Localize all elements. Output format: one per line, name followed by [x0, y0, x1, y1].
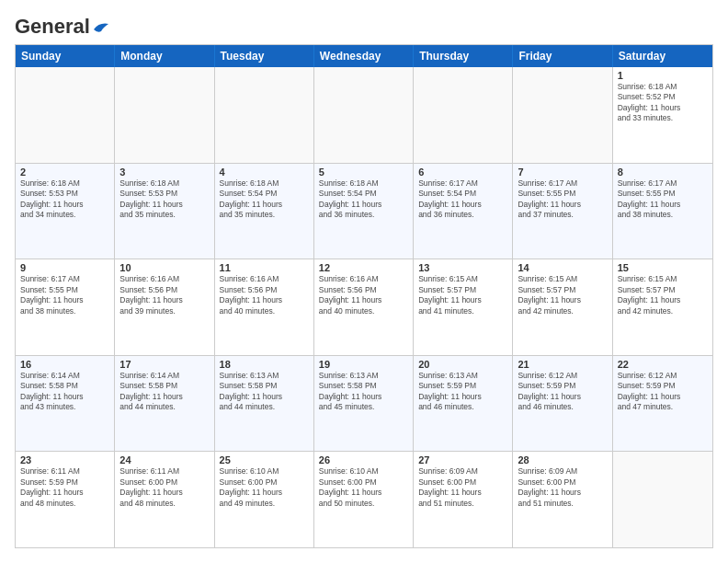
day-info: Sunrise: 6:12 AM Sunset: 5:59 PM Dayligh…	[618, 371, 708, 413]
day-cell-12: 12Sunrise: 6:16 AM Sunset: 5:56 PM Dayli…	[314, 259, 414, 355]
header-day-thursday: Thursday	[414, 45, 513, 67]
day-cell-24: 24Sunrise: 6:11 AM Sunset: 6:00 PM Dayli…	[115, 452, 214, 547]
day-cell-22: 22Sunrise: 6:12 AM Sunset: 5:59 PM Dayli…	[613, 356, 712, 452]
day-info: Sunrise: 6:11 AM Sunset: 5:59 PM Dayligh…	[20, 466, 109, 509]
day-info: Sunrise: 6:09 AM Sunset: 6:00 PM Dayligh…	[518, 466, 607, 509]
day-cell-18: 18Sunrise: 6:13 AM Sunset: 5:58 PM Dayli…	[215, 356, 314, 452]
day-cell-15: 15Sunrise: 6:15 AM Sunset: 5:57 PM Dayli…	[613, 259, 712, 355]
day-number: 11	[220, 262, 309, 273]
day-cell-9: 9Sunrise: 6:17 AM Sunset: 5:55 PM Daylig…	[16, 259, 115, 355]
day-cell-3: 3Sunrise: 6:18 AM Sunset: 5:53 PM Daylig…	[115, 164, 214, 259]
logo-bird-icon	[92, 20, 110, 33]
day-number: 3	[119, 167, 209, 178]
day-cell-17: 17Sunrise: 6:14 AM Sunset: 5:58 PM Dayli…	[115, 356, 214, 452]
day-number: 17	[119, 359, 209, 370]
day-cell-5: 5Sunrise: 6:18 AM Sunset: 5:54 PM Daylig…	[314, 164, 414, 259]
day-info: Sunrise: 6:18 AM Sunset: 5:53 PM Dayligh…	[119, 178, 209, 221]
logo-general: General	[15, 15, 90, 39]
day-number: 12	[319, 262, 408, 273]
day-info: Sunrise: 6:16 AM Sunset: 5:56 PM Dayligh…	[319, 274, 408, 316]
empty-cell	[16, 67, 115, 163]
day-info: Sunrise: 6:10 AM Sunset: 6:00 PM Dayligh…	[220, 466, 309, 509]
day-number: 27	[418, 454, 507, 465]
day-info: Sunrise: 6:15 AM Sunset: 5:57 PM Dayligh…	[418, 274, 507, 316]
day-info: Sunrise: 6:17 AM Sunset: 5:55 PM Dayligh…	[518, 178, 607, 221]
empty-cell	[215, 67, 314, 163]
day-number: 16	[20, 359, 109, 370]
day-cell-6: 6Sunrise: 6:17 AM Sunset: 5:54 PM Daylig…	[414, 164, 513, 259]
page: General SundayMondayTuesdayWednesdayThur…	[0, 0, 728, 563]
day-number: 5	[319, 167, 408, 178]
day-info: Sunrise: 6:13 AM Sunset: 5:58 PM Dayligh…	[319, 371, 408, 413]
day-number: 14	[518, 262, 607, 273]
header-day-monday: Monday	[115, 45, 214, 67]
day-number: 19	[319, 359, 408, 370]
day-info: Sunrise: 6:12 AM Sunset: 5:59 PM Dayligh…	[518, 371, 607, 413]
day-info: Sunrise: 6:16 AM Sunset: 5:56 PM Dayligh…	[119, 274, 209, 316]
day-number: 18	[220, 359, 309, 370]
header-day-wednesday: Wednesday	[314, 45, 414, 67]
day-number: 7	[518, 167, 607, 178]
calendar-row-4: 23Sunrise: 6:11 AM Sunset: 5:59 PM Dayli…	[16, 451, 712, 547]
header-day-saturday: Saturday	[613, 45, 712, 67]
day-info: Sunrise: 6:13 AM Sunset: 5:58 PM Dayligh…	[220, 371, 309, 413]
day-cell-19: 19Sunrise: 6:13 AM Sunset: 5:58 PM Dayli…	[314, 356, 414, 452]
day-cell-4: 4Sunrise: 6:18 AM Sunset: 5:54 PM Daylig…	[215, 164, 314, 259]
calendar-row-3: 16Sunrise: 6:14 AM Sunset: 5:58 PM Dayli…	[16, 355, 712, 452]
day-info: Sunrise: 6:10 AM Sunset: 6:00 PM Dayligh…	[319, 466, 408, 509]
calendar-row-2: 9Sunrise: 6:17 AM Sunset: 5:55 PM Daylig…	[16, 259, 712, 355]
day-cell-16: 16Sunrise: 6:14 AM Sunset: 5:58 PM Dayli…	[16, 356, 115, 452]
header-day-sunday: Sunday	[16, 45, 115, 67]
day-cell-25: 25Sunrise: 6:10 AM Sunset: 6:00 PM Dayli…	[215, 452, 314, 547]
day-cell-7: 7Sunrise: 6:17 AM Sunset: 5:55 PM Daylig…	[513, 164, 612, 259]
day-cell-8: 8Sunrise: 6:17 AM Sunset: 5:55 PM Daylig…	[613, 164, 712, 259]
day-number: 10	[119, 262, 209, 273]
day-number: 4	[220, 167, 309, 178]
day-info: Sunrise: 6:18 AM Sunset: 5:52 PM Dayligh…	[618, 82, 708, 124]
day-info: Sunrise: 6:16 AM Sunset: 5:56 PM Dayligh…	[220, 274, 309, 316]
day-number: 13	[418, 262, 507, 273]
day-number: 20	[418, 359, 507, 370]
day-cell-23: 23Sunrise: 6:11 AM Sunset: 5:59 PM Dayli…	[16, 452, 115, 547]
empty-cell	[115, 67, 214, 163]
calendar-row-1: 2Sunrise: 6:18 AM Sunset: 5:53 PM Daylig…	[16, 163, 712, 259]
day-cell-21: 21Sunrise: 6:12 AM Sunset: 5:59 PM Dayli…	[513, 356, 612, 452]
day-cell-2: 2Sunrise: 6:18 AM Sunset: 5:53 PM Daylig…	[16, 164, 115, 259]
calendar-body: 1Sunrise: 6:18 AM Sunset: 5:52 PM Daylig…	[16, 67, 712, 547]
empty-cell	[513, 67, 612, 163]
day-info: Sunrise: 6:09 AM Sunset: 6:00 PM Dayligh…	[418, 466, 507, 509]
day-info: Sunrise: 6:17 AM Sunset: 5:55 PM Dayligh…	[20, 274, 109, 316]
day-cell-14: 14Sunrise: 6:15 AM Sunset: 5:57 PM Dayli…	[513, 259, 612, 355]
header-day-friday: Friday	[513, 45, 612, 67]
day-info: Sunrise: 6:15 AM Sunset: 5:57 PM Dayligh…	[518, 274, 607, 316]
day-number: 15	[618, 262, 708, 273]
day-info: Sunrise: 6:11 AM Sunset: 6:00 PM Dayligh…	[119, 466, 209, 509]
day-cell-11: 11Sunrise: 6:16 AM Sunset: 5:56 PM Dayli…	[215, 259, 314, 355]
day-number: 6	[418, 167, 507, 178]
calendar-header: SundayMondayTuesdayWednesdayThursdayFrid…	[16, 45, 712, 67]
day-number: 22	[618, 359, 708, 370]
logo: General	[15, 15, 110, 35]
day-cell-28: 28Sunrise: 6:09 AM Sunset: 6:00 PM Dayli…	[513, 452, 612, 547]
day-number: 25	[220, 454, 309, 465]
day-number: 21	[518, 359, 607, 370]
day-cell-26: 26Sunrise: 6:10 AM Sunset: 6:00 PM Dayli…	[314, 452, 414, 547]
day-number: 9	[20, 262, 109, 273]
day-number: 24	[119, 454, 209, 465]
day-info: Sunrise: 6:18 AM Sunset: 5:54 PM Dayligh…	[319, 178, 408, 221]
day-number: 2	[20, 167, 109, 178]
day-cell-1: 1Sunrise: 6:18 AM Sunset: 5:52 PM Daylig…	[613, 67, 712, 163]
empty-cell	[613, 452, 712, 547]
day-cell-13: 13Sunrise: 6:15 AM Sunset: 5:57 PM Dayli…	[414, 259, 513, 355]
day-info: Sunrise: 6:15 AM Sunset: 5:57 PM Dayligh…	[618, 274, 708, 316]
calendar: SundayMondayTuesdayWednesdayThursdayFrid…	[15, 44, 713, 548]
day-info: Sunrise: 6:17 AM Sunset: 5:54 PM Dayligh…	[418, 178, 507, 221]
calendar-row-0: 1Sunrise: 6:18 AM Sunset: 5:52 PM Daylig…	[16, 67, 712, 163]
day-info: Sunrise: 6:17 AM Sunset: 5:55 PM Dayligh…	[618, 178, 708, 221]
day-cell-10: 10Sunrise: 6:16 AM Sunset: 5:56 PM Dayli…	[115, 259, 214, 355]
day-cell-20: 20Sunrise: 6:13 AM Sunset: 5:59 PM Dayli…	[414, 356, 513, 452]
day-info: Sunrise: 6:14 AM Sunset: 5:58 PM Dayligh…	[20, 371, 109, 413]
day-number: 28	[518, 454, 607, 465]
empty-cell	[414, 67, 513, 163]
day-info: Sunrise: 6:18 AM Sunset: 5:53 PM Dayligh…	[20, 178, 109, 221]
